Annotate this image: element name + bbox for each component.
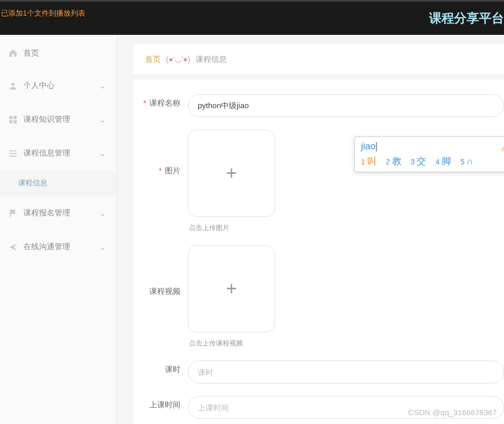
ime-input-row: jiao (361, 141, 504, 152)
svg-rect-6 (9, 153, 17, 154)
ime-candidate-5[interactable]: 5∩ (460, 156, 473, 167)
sidebar-item-chat[interactable]: 在线沟通管理 ⌄ (0, 230, 117, 264)
sidebar-item-label: 首页 (23, 48, 39, 58)
plus-icon: + (226, 278, 237, 300)
ime-candidate-3[interactable]: 3交 (411, 155, 427, 168)
chevron-down-icon: ⌄ (99, 209, 106, 218)
svg-rect-4 (14, 120, 17, 123)
top-bar: 已添加1个文件到播放列表 课程分享平台 (0, 0, 504, 35)
breadcrumb-current: 课程信息 (196, 55, 227, 65)
ime-candidate-4[interactable]: 4脚 (435, 155, 451, 168)
sidebar-item-label: 课程信息管理 (23, 148, 70, 158)
sidebar-item-label: 个人中心 (23, 81, 55, 91)
form-row-video: 课程视频 + 点击上传课程视频 (134, 245, 504, 348)
home-icon (8, 48, 18, 58)
sidebar-item-label: 课程知识管理 (23, 114, 70, 124)
sidebar-item-course-info[interactable]: 课程信息管理 ⌄ (0, 136, 117, 170)
svg-rect-2 (14, 116, 17, 119)
main-container: 首页 个人中心 ⌄ 课程知识管理 ⌄ 课程信息管理 ⌄ 课程信息 (0, 35, 504, 424)
breadcrumb: 首页 (●'◡'●) 课程信息 (134, 44, 504, 74)
chevron-down-icon: ⌄ (99, 149, 106, 158)
image-label: 图片 (134, 130, 180, 176)
plus-icon: + (226, 162, 237, 184)
ime-candidates: 1叫 2教 3交 4脚 5∩ ‹ › ⌄ (361, 155, 504, 168)
sidebar-item-enroll[interactable]: 课程报名管理 ⌄ (0, 196, 117, 230)
image-upload-hint: 点击上传图片 (189, 223, 275, 233)
sidebar-item-label: 课程报名管理 (23, 208, 70, 218)
course-name-label: 课程名称 (134, 94, 180, 108)
chevron-down-icon: ⌄ (99, 242, 106, 252)
svg-rect-1 (9, 116, 12, 119)
sidebar-item-label: 在线沟通管理 (23, 242, 70, 252)
list-icon (8, 148, 18, 159)
svg-rect-3 (9, 120, 12, 123)
grid-icon (8, 114, 18, 125)
ime-caret (376, 142, 377, 151)
chevron-down-icon: ⌄ (99, 81, 106, 91)
user-icon (8, 81, 18, 91)
svg-rect-5 (9, 150, 17, 151)
image-upload-box[interactable]: + (188, 130, 275, 217)
ime-candidate-2[interactable]: 2教 (386, 155, 402, 168)
flag-icon (8, 208, 18, 219)
ime-candidate-1[interactable]: 1叫 (361, 155, 377, 168)
chevron-down-icon: ⌄ (99, 115, 106, 124)
content-area: 首页 (●'◡'●) 课程信息 课程名称 图片 + 点击上传图片 课程视频 (117, 35, 504, 424)
sidebar-sub-course-info[interactable]: 课程信息 (0, 170, 117, 196)
duration-input[interactable] (188, 361, 504, 383)
ime-input-text: jiao (361, 141, 376, 151)
send-icon (8, 242, 18, 252)
watermark: CSDN @qq_3166678367 (408, 408, 497, 417)
sidebar-sub-label: 课程信息 (18, 178, 47, 188)
form-row-duration: 课时 (134, 361, 504, 383)
sidebar-item-home[interactable]: 首页 (0, 35, 117, 69)
ime-brand-icon (500, 140, 504, 153)
video-upload-box[interactable]: + (188, 245, 275, 332)
breadcrumb-face: (●'◡'●) (166, 55, 190, 64)
video-upload-wrapper: + 点击上传课程视频 (188, 245, 275, 348)
breadcrumb-home[interactable]: 首页 (145, 55, 161, 65)
ime-popup: jiao 1叫 2教 3交 4脚 5∩ ‹ › ⌄ (354, 136, 504, 172)
svg-point-0 (11, 83, 15, 86)
video-label: 课程视频 (134, 245, 180, 297)
form-panel: 课程名称 图片 + 点击上传图片 课程视频 + 点击上传课程 (134, 80, 504, 424)
video-upload-hint: 点击上传课程视频 (189, 339, 275, 348)
duration-label: 课时 (134, 361, 180, 375)
form-row-course-name: 课程名称 (134, 94, 504, 117)
playlist-notice: 已添加1个文件到播放列表 (0, 9, 85, 18)
platform-title: 课程分享平台 (429, 10, 504, 27)
svg-rect-7 (9, 156, 17, 157)
course-name-input[interactable] (188, 94, 504, 117)
sidebar: 首页 个人中心 ⌄ 课程知识管理 ⌄ 课程信息管理 ⌄ 课程信息 (0, 35, 117, 424)
image-upload-wrapper: + 点击上传图片 (188, 130, 275, 233)
time-label: 上课时间 (134, 396, 180, 410)
sidebar-item-profile[interactable]: 个人中心 ⌄ (0, 69, 117, 102)
sidebar-item-knowledge[interactable]: 课程知识管理 ⌄ (0, 102, 117, 136)
